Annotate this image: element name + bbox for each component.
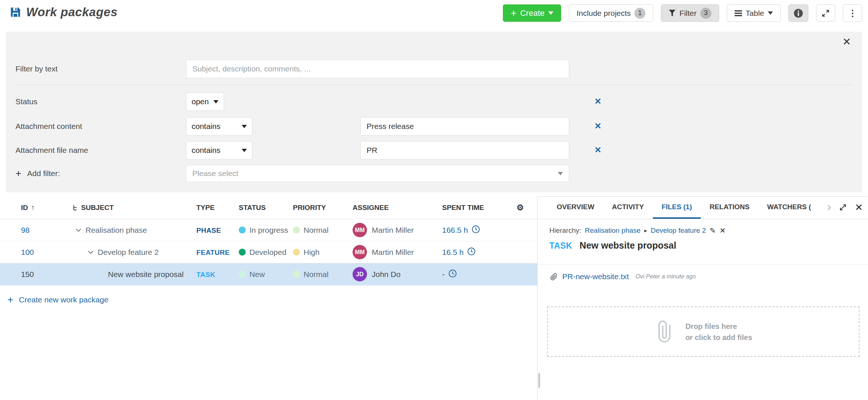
subject-text[interactable]: New website proposal [108,270,183,279]
chevron-down-icon [768,11,773,15]
fullscreen-button[interactable] [816,4,835,22]
avatar[interactable]: JD [353,267,367,281]
include-projects-count-badge: 1 [634,8,645,19]
type-label[interactable]: PHASE [196,227,221,234]
work-package-id-link[interactable]: 150 [21,270,34,278]
status-text[interactable]: Developed [249,248,286,257]
status-filter-label: Status [15,92,38,111]
assignee-name[interactable]: Martin Miller [372,226,414,235]
chevron-down-icon [213,100,218,103]
clock-icon[interactable] [472,225,480,235]
arrow-right-icon: ▸ [644,227,647,234]
spent-time-link[interactable]: - [442,270,445,279]
hierarchy-label: Hierarchy: [549,227,581,235]
status-text[interactable]: New [249,270,265,279]
attachment-content-value-input[interactable] [360,117,569,136]
table-row[interactable]: 100 Develop feature 2 FEATURE Developed … [0,241,537,263]
top-toolbar: Work packages + Create Include projects … [0,0,868,27]
file-dropzone[interactable]: Drop files here or click to add files [547,306,860,357]
tab-action-icons: › ✕ [825,197,868,218]
save-icon [10,7,21,18]
work-package-id-link[interactable]: 100 [21,248,34,256]
task-type-label[interactable]: TASK [549,241,572,251]
table-view-button[interactable]: Table [727,4,781,22]
tabs-scroll-right-icon[interactable]: › [827,200,831,213]
remove-status-filter-icon[interactable]: ✕ [593,97,603,106]
edit-hierarchy-icon[interactable]: ✎ [710,226,716,235]
status-dot [239,271,246,278]
clock-icon[interactable] [448,269,457,280]
add-filter-select[interactable]: Please select [186,165,569,182]
create-new-work-package-link[interactable]: + Create new work package [7,295,108,305]
more-menu-button[interactable]: ⋮ [843,4,862,22]
tab-overview[interactable]: OVERVIEW [548,197,603,219]
attachment-file-name-value-input[interactable] [360,141,569,159]
panel-divider [538,264,868,265]
priority-text[interactable]: Normal [304,226,329,235]
toolbar-buttons: + Create Include projects 1 Filter 3 Tab… [503,4,862,22]
tab-activity[interactable]: ACTIVITY [603,197,653,219]
include-projects-button[interactable]: Include projects 1 [569,4,653,22]
work-package-table: ID ↑ SUBJECT TYPE STATUS PRIORITY ASSIGN… [0,196,537,285]
table-row-selected[interactable]: 150 New website proposal TASK New Normal… [0,263,537,285]
kebab-icon: ⋮ [848,9,857,18]
spent-time-link[interactable]: 166.5 h [442,226,468,235]
type-label[interactable]: FEATURE [196,249,230,256]
collapse-chevron-icon[interactable] [76,228,81,232]
task-title-text[interactable]: New website proposal [580,240,676,251]
table-settings-button[interactable]: ⚙ [517,203,537,213]
avatar[interactable]: MM [353,245,367,259]
work-package-id-link[interactable]: 98 [21,226,29,234]
attachment-file-link[interactable]: PR-new-website.txt [562,272,629,281]
create-button[interactable]: + Create [503,4,561,22]
subject-text[interactable]: Develop feature 2 [98,248,159,257]
table-scrollbar-thumb[interactable] [538,373,540,388]
filter-by-text-input[interactable] [186,60,569,78]
hierarchy-child-link[interactable]: Develop feature 2 [651,227,706,235]
chevron-down-icon [242,149,247,152]
filter-panel-close-icon[interactable]: ✕ [843,37,851,47]
add-filter-label: Add filter: [27,165,60,182]
tab-watchers[interactable]: WATCHERS ( [758,197,820,219]
expand-panel-icon[interactable] [839,203,847,212]
type-label[interactable]: TASK [196,271,216,278]
detail-tabs: OVERVIEW ACTIVITY FILES (1) RELATIONS WA… [538,197,868,219]
attachment-content-operator-select[interactable]: contains [186,117,252,136]
filter-button[interactable]: Filter 3 [661,4,719,22]
avatar[interactable]: MM [353,223,367,237]
priority-text[interactable]: Normal [304,270,329,279]
attachment-file-name-operator-select[interactable]: contains [186,141,252,159]
clock-icon[interactable] [467,247,476,257]
table-row[interactable]: 98 Realisation phase PHASE In progress N… [0,219,537,241]
column-header-id[interactable]: ID ↑ [0,203,73,212]
status-dot [239,227,246,234]
tab-relations[interactable]: RELATIONS [701,197,758,219]
column-header-status[interactable]: STATUS [239,204,293,212]
chevron-down-icon [242,125,247,128]
collapse-chevron-icon[interactable] [88,250,94,254]
column-header-type[interactable]: TYPE [196,204,239,212]
column-header-priority[interactable]: PRIORITY [293,204,353,212]
priority-text[interactable]: High [304,248,319,257]
column-header-subject[interactable]: SUBJECT [73,204,196,212]
hierarchy-parent-link[interactable]: Realisation phase [585,227,641,235]
column-header-spent-time[interactable]: SPENT TIME [442,204,517,212]
remove-attachment-content-filter-icon[interactable]: ✕ [593,121,603,131]
tab-files[interactable]: FILES (1) [653,197,701,219]
info-button[interactable] [788,4,808,22]
fullscreen-icon [821,9,830,18]
remove-attachment-file-name-filter-icon[interactable]: ✕ [593,145,603,155]
status-operator-select[interactable]: open [186,92,224,111]
filter-by-text-label: Filter by text [15,60,57,78]
plus-icon: + [511,8,517,18]
column-header-assignee[interactable]: ASSIGNEE [353,204,442,212]
spent-time-link[interactable]: 16.5 h [442,248,463,257]
remove-hierarchy-icon[interactable]: ✕ [720,226,726,235]
assignee-name[interactable]: John Do [372,270,400,279]
page-title-group: Work packages [10,5,118,19]
close-panel-icon[interactable]: ✕ [855,203,863,212]
status-text[interactable]: In progress [249,226,288,235]
attachment-list-item[interactable]: PR-new-website.txt Ovi Peter a minute ag… [550,272,696,281]
assignee-name[interactable]: Martin Miller [372,248,414,257]
subject-text[interactable]: Realisation phase [85,226,147,235]
